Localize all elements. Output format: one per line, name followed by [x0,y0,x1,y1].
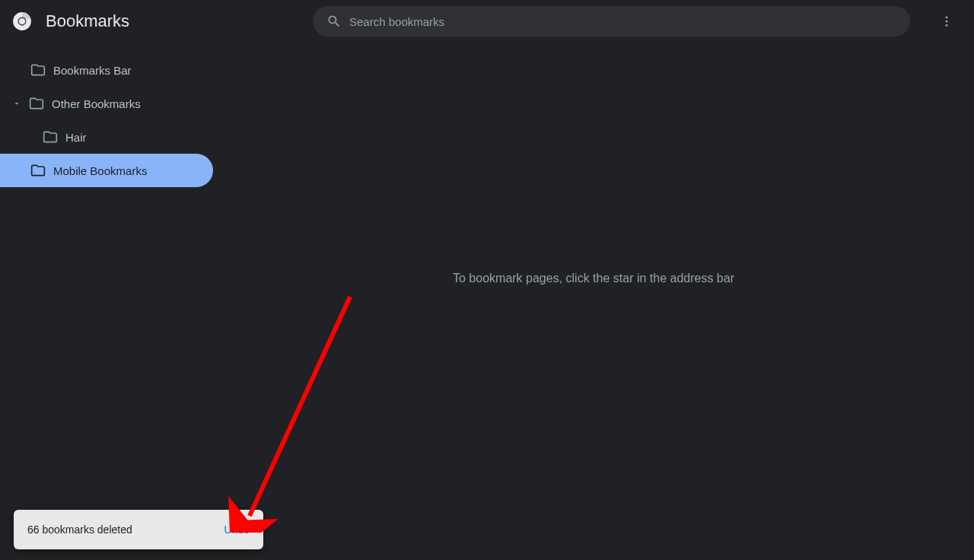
folder-icon [43,129,58,145]
chevron-down-icon [12,99,21,108]
sidebar-item-label: Bookmarks Bar [53,64,132,77]
sidebar-item-bookmarks-bar[interactable]: Bookmarks Bar [0,53,213,87]
sidebar-item-label: Other Bookmarks [52,97,141,110]
svg-point-4 [946,21,948,23]
chrome-logo-icon [12,11,32,31]
main-content: To bookmark pages, click the star in the… [213,43,974,560]
sidebar-item-mobile-bookmarks[interactable]: Mobile Bookmarks [0,154,213,187]
kebab-icon [940,14,953,28]
sidebar: Bookmarks Bar Other Bookmarks Hair Mobil… [0,43,213,560]
header-left: Bookmarks [12,11,313,31]
svg-point-2 [19,18,26,25]
more-menu-button[interactable] [931,6,962,37]
folder-icon [29,96,44,111]
folder-icon [30,163,46,178]
header: Bookmarks [0,0,974,43]
toast: 66 bookmarks deleted Undo [14,510,263,549]
empty-state-message: To bookmark pages, click the star in the… [453,272,734,285]
sidebar-item-label: Hair [65,131,87,144]
search-box[interactable] [313,6,910,37]
svg-point-3 [946,16,948,18]
svg-point-5 [946,24,948,27]
search-input[interactable] [349,15,896,28]
undo-button[interactable]: Undo [224,523,250,536]
sidebar-item-other-bookmarks[interactable]: Other Bookmarks [0,87,213,120]
toast-message: 66 bookmarks deleted [27,523,132,536]
page-title: Bookmarks [46,11,129,31]
sidebar-item-label: Mobile Bookmarks [53,164,147,177]
sidebar-item-hair[interactable]: Hair [0,120,213,154]
search-icon [326,14,342,29]
folder-icon [30,62,46,78]
